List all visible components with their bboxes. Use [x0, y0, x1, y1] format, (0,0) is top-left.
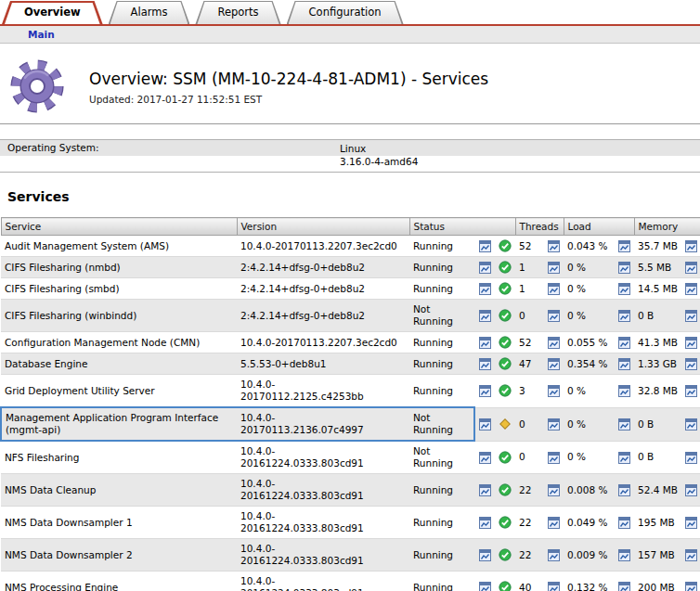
load-chart-icon[interactable] — [614, 441, 634, 474]
threads-chart-icon[interactable] — [543, 407, 564, 441]
service-load: 0 % — [564, 407, 614, 441]
column-header-version: Version — [237, 218, 409, 236]
status-ok-icon — [495, 353, 515, 375]
load-chart-icon[interactable] — [614, 257, 634, 278]
header-divider — [0, 123, 700, 124]
load-chart-icon[interactable] — [614, 572, 634, 591]
load-chart-icon[interactable] — [614, 539, 634, 572]
threads-chart-icon[interactable] — [543, 236, 564, 257]
service-memory: 35.7 MB — [634, 236, 681, 257]
service-version: 10.4.0- 20170112.2125.c4253bb — [237, 375, 409, 408]
status-chart-icon[interactable] — [474, 407, 495, 441]
status-chart-icon[interactable] — [474, 278, 495, 300]
status-chart-icon[interactable] — [474, 375, 495, 408]
tab-label: Overview — [2, 1, 103, 24]
tab-overview[interactable]: Overview — [2, 1, 103, 24]
memory-chart-icon[interactable] — [681, 300, 700, 332]
service-status: Not Running — [409, 300, 474, 332]
page-header-text: Overview: SSM (MM-10-224-4-81-ADM1) - Se… — [89, 58, 488, 105]
status-chart-icon[interactable] — [474, 353, 495, 375]
tab-label: Configuration — [287, 1, 404, 24]
service-memory: 41.3 MB — [634, 332, 681, 353]
threads-chart-icon[interactable] — [543, 507, 564, 539]
threads-chart-icon[interactable] — [543, 441, 564, 474]
table-row: CIFS Filesharing (winbindd) 2:4.2.14+dfs… — [1, 300, 700, 332]
service-threads: 1 — [515, 278, 543, 300]
threads-chart-icon[interactable] — [543, 572, 564, 591]
status-chart-icon[interactable] — [474, 572, 495, 591]
service-name: Management Application Program Interface… — [1, 407, 237, 441]
operating-system-row: Operating System: Linux 3.16.0-4-amd64 — [0, 139, 700, 173]
table-row: NMS Processing Engine 10.4.0- 20161224.0… — [1, 572, 700, 591]
threads-chart-icon[interactable] — [543, 278, 564, 300]
page-header: Overview: SSM (MM-10-224-4-81-ADM1) - Se… — [0, 44, 700, 123]
service-status: Running — [409, 572, 474, 591]
load-chart-icon[interactable] — [614, 375, 634, 408]
service-load: 0.009 % — [564, 539, 614, 572]
memory-chart-icon[interactable] — [681, 278, 700, 300]
service-name: NMS Processing Engine — [1, 572, 237, 591]
status-chart-icon[interactable] — [474, 236, 495, 257]
service-status: Running — [409, 474, 474, 507]
load-chart-icon[interactable] — [614, 236, 634, 257]
service-name: Database Engine — [1, 353, 237, 375]
status-chart-icon[interactable] — [474, 539, 495, 572]
service-version: 10.4.0- 20161224.0333.803cd91 — [237, 474, 409, 507]
load-chart-icon[interactable] — [614, 332, 634, 353]
load-chart-icon[interactable] — [614, 407, 634, 441]
status-chart-icon[interactable] — [474, 257, 495, 278]
memory-chart-icon[interactable] — [681, 332, 700, 353]
service-memory: 157 MB — [634, 539, 681, 572]
service-status: Running — [409, 257, 474, 278]
services-table-body: Audit Management System (AMS) 10.4.0-201… — [1, 236, 700, 591]
service-threads: 1 — [515, 257, 543, 278]
service-load: 0 % — [564, 257, 614, 278]
service-name: Configuration Management Node (CMN) — [1, 332, 237, 353]
status-chart-icon[interactable] — [474, 332, 495, 353]
threads-chart-icon[interactable] — [543, 300, 564, 332]
threads-chart-icon[interactable] — [543, 375, 564, 408]
memory-chart-icon[interactable] — [681, 407, 700, 441]
threads-chart-icon[interactable] — [543, 257, 564, 278]
service-version: 2:4.2.14+dfsg-0+deb8u2 — [237, 300, 409, 332]
status-ok-icon — [495, 507, 515, 539]
column-header-threads: Threads — [515, 218, 564, 236]
memory-chart-icon[interactable] — [681, 441, 700, 474]
status-chart-icon[interactable] — [474, 300, 495, 332]
status-chart-icon[interactable] — [474, 507, 495, 539]
service-memory: 5.5 MB — [634, 257, 681, 278]
memory-chart-icon[interactable] — [681, 539, 700, 572]
load-chart-icon[interactable] — [614, 474, 634, 507]
memory-chart-icon[interactable] — [681, 375, 700, 408]
service-threads: 0 — [515, 407, 543, 441]
service-name: NMS Data Downsampler 1 — [1, 507, 237, 539]
load-chart-icon[interactable] — [614, 300, 634, 332]
operating-system-value: Linux 3.16.0-4-amd64 — [336, 140, 421, 172]
threads-chart-icon[interactable] — [543, 332, 564, 353]
service-name: CIFS Filesharing (nmbd) — [1, 257, 237, 278]
tab-alarms[interactable]: Alarms — [109, 1, 190, 24]
status-chart-icon[interactable] — [474, 474, 495, 507]
service-version: 2:4.2.14+dfsg-0+deb8u2 — [237, 257, 409, 278]
service-threads: 52 — [515, 332, 543, 353]
threads-chart-icon[interactable] — [543, 539, 564, 572]
memory-chart-icon[interactable] — [681, 353, 700, 375]
service-memory: 1.33 GB — [634, 353, 681, 375]
load-chart-icon[interactable] — [614, 353, 634, 375]
tab-reports[interactable]: Reports — [195, 1, 280, 24]
main-link[interactable]: Main — [28, 29, 55, 40]
tab-configuration[interactable]: Configuration — [287, 1, 404, 24]
table-row: Audit Management System (AMS) 10.4.0-201… — [1, 236, 700, 257]
memory-chart-icon[interactable] — [681, 257, 700, 278]
memory-chart-icon[interactable] — [681, 474, 700, 507]
service-threads: 22 — [515, 507, 543, 539]
load-chart-icon[interactable] — [614, 507, 634, 539]
status-chart-icon[interactable] — [474, 441, 495, 474]
memory-chart-icon[interactable] — [681, 507, 700, 539]
memory-chart-icon[interactable] — [681, 236, 700, 257]
load-chart-icon[interactable] — [614, 278, 634, 300]
service-memory: 0 B — [634, 441, 681, 474]
threads-chart-icon[interactable] — [543, 353, 564, 375]
threads-chart-icon[interactable] — [543, 474, 564, 507]
memory-chart-icon[interactable] — [681, 572, 700, 591]
